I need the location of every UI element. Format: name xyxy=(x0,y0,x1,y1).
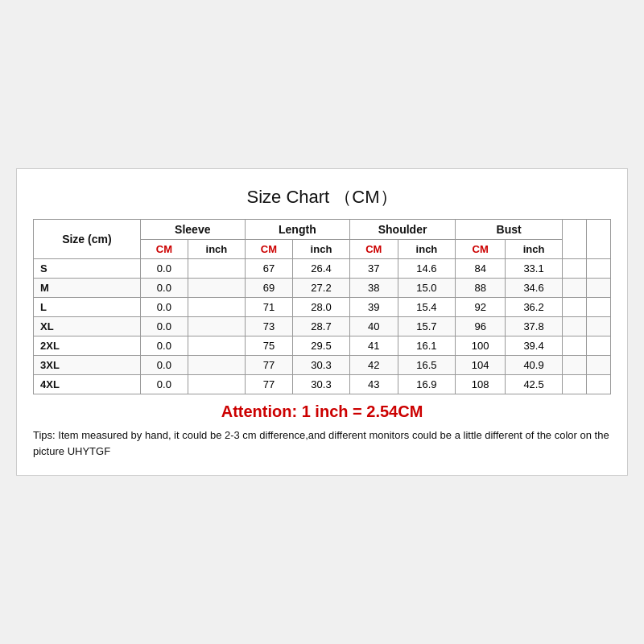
sleeve-inch-cell xyxy=(188,259,245,279)
length-cm-cell: 77 xyxy=(245,375,292,394)
size-cell: S xyxy=(34,259,141,279)
length-cm-cell: 69 xyxy=(245,279,292,298)
shoulder-inch-cell: 15.0 xyxy=(398,279,456,298)
table-row: M 0.0 69 27.2 38 15.0 88 34.6 xyxy=(34,279,611,298)
shoulder-inch-cell: 15.7 xyxy=(398,317,456,336)
length-inch-cell: 29.5 xyxy=(293,336,350,356)
col-length-header: Length xyxy=(245,220,349,240)
bust-inch-cell: 42.5 xyxy=(506,375,563,394)
bust-inch-subheader: inch xyxy=(506,240,563,259)
extra2-cell xyxy=(587,356,611,375)
attention-text: Attention: 1 inch = 2.54CM xyxy=(33,402,611,421)
sleeve-cm-cell: 0.0 xyxy=(140,336,188,356)
table-row: L 0.0 71 28.0 39 15.4 92 36.2 xyxy=(34,298,611,317)
extra1-cell xyxy=(563,317,587,336)
length-cm-cell: 71 xyxy=(245,298,292,317)
col-sleeve-header: Sleeve xyxy=(140,220,245,240)
extra2-cell xyxy=(587,336,611,356)
extra1-cell xyxy=(563,336,587,356)
extra2-cell xyxy=(587,298,611,317)
shoulder-cm-cell: 41 xyxy=(349,336,398,356)
bust-inch-cell: 37.8 xyxy=(506,317,563,336)
size-cell: XL xyxy=(34,317,141,336)
length-cm-cell: 77 xyxy=(245,356,292,375)
bust-cm-cell: 84 xyxy=(456,259,506,279)
shoulder-cm-cell: 43 xyxy=(349,375,398,394)
extra2-cell xyxy=(587,375,611,394)
extra2-cell xyxy=(587,317,611,336)
length-cm-subheader: CM xyxy=(245,240,292,259)
table-row: XL 0.0 73 28.7 40 15.7 96 37.8 xyxy=(34,317,611,336)
shoulder-inch-cell: 16.9 xyxy=(398,375,456,394)
table-row: 4XL 0.0 77 30.3 43 16.9 108 42.5 xyxy=(34,375,611,394)
size-cell: 3XL xyxy=(34,356,141,375)
col-shoulder-header: Shoulder xyxy=(349,220,455,240)
extra1-cell xyxy=(563,259,587,279)
page-wrapper: Size Chart （CM） Size (cm) Sleeve Length … xyxy=(16,168,628,476)
sleeve-inch-cell xyxy=(188,298,245,317)
table-body: S 0.0 67 26.4 37 14.6 84 33.1 M 0.0 69 2… xyxy=(34,259,611,394)
extra2-cell xyxy=(587,259,611,279)
shoulder-inch-cell: 14.6 xyxy=(398,259,456,279)
shoulder-inch-cell: 15.4 xyxy=(398,298,456,317)
length-inch-cell: 26.4 xyxy=(293,259,350,279)
bust-cm-cell: 108 xyxy=(456,375,506,394)
bust-inch-cell: 36.2 xyxy=(506,298,563,317)
size-cell: L xyxy=(34,298,141,317)
sleeve-cm-cell: 0.0 xyxy=(140,279,188,298)
col-extra2 xyxy=(587,220,611,259)
extra2-cell xyxy=(587,279,611,298)
extra1-cell xyxy=(563,356,587,375)
bust-cm-cell: 100 xyxy=(456,336,506,356)
bust-inch-cell: 40.9 xyxy=(506,356,563,375)
col-size-header: Size (cm) xyxy=(34,220,141,259)
shoulder-cm-cell: 38 xyxy=(349,279,398,298)
bust-inch-cell: 39.4 xyxy=(506,336,563,356)
sleeve-cm-cell: 0.0 xyxy=(140,259,188,279)
length-cm-cell: 75 xyxy=(245,336,292,356)
col-extra1 xyxy=(563,220,587,259)
length-inch-cell: 30.3 xyxy=(293,375,350,394)
tips-text: Tips: Item measured by hand, it could be… xyxy=(33,427,611,459)
bust-cm-cell: 96 xyxy=(456,317,506,336)
length-inch-cell: 28.0 xyxy=(293,298,350,317)
shoulder-inch-cell: 16.1 xyxy=(398,336,456,356)
sleeve-inch-subheader: inch xyxy=(188,240,245,259)
sleeve-cm-cell: 0.0 xyxy=(140,317,188,336)
bust-inch-cell: 33.1 xyxy=(506,259,563,279)
sleeve-inch-cell xyxy=(188,356,245,375)
bust-cm-cell: 88 xyxy=(456,279,506,298)
sleeve-inch-cell xyxy=(188,279,245,298)
size-cell: 2XL xyxy=(34,336,141,356)
sleeve-cm-cell: 0.0 xyxy=(140,298,188,317)
sleeve-cm-cell: 0.0 xyxy=(140,356,188,375)
sleeve-inch-cell xyxy=(188,336,245,356)
shoulder-cm-cell: 39 xyxy=(349,298,398,317)
length-inch-cell: 28.7 xyxy=(293,317,350,336)
table-row: 2XL 0.0 75 29.5 41 16.1 100 39.4 xyxy=(34,336,611,356)
length-cm-cell: 67 xyxy=(245,259,292,279)
chart-title: Size Chart （CM） xyxy=(33,185,611,209)
sleeve-inch-cell xyxy=(188,375,245,394)
extra1-cell xyxy=(563,375,587,394)
shoulder-cm-subheader: CM xyxy=(349,240,398,259)
extra1-cell xyxy=(563,279,587,298)
length-inch-cell: 30.3 xyxy=(293,356,350,375)
bust-cm-subheader: CM xyxy=(456,240,506,259)
extra1-cell xyxy=(563,298,587,317)
shoulder-cm-cell: 40 xyxy=(349,317,398,336)
sleeve-inch-cell xyxy=(188,317,245,336)
shoulder-cm-cell: 42 xyxy=(349,356,398,375)
bust-cm-cell: 92 xyxy=(456,298,506,317)
length-cm-cell: 73 xyxy=(245,317,292,336)
bust-cm-cell: 104 xyxy=(456,356,506,375)
table-row: S 0.0 67 26.4 37 14.6 84 33.1 xyxy=(34,259,611,279)
shoulder-inch-cell: 16.5 xyxy=(398,356,456,375)
size-chart-table: Size (cm) Sleeve Length Shoulder Bust CM… xyxy=(33,219,611,394)
sleeve-cm-subheader: CM xyxy=(140,240,188,259)
shoulder-cm-cell: 37 xyxy=(349,259,398,279)
shoulder-inch-subheader: inch xyxy=(398,240,456,259)
length-inch-cell: 27.2 xyxy=(293,279,350,298)
sleeve-cm-cell: 0.0 xyxy=(140,375,188,394)
size-cell: M xyxy=(34,279,141,298)
